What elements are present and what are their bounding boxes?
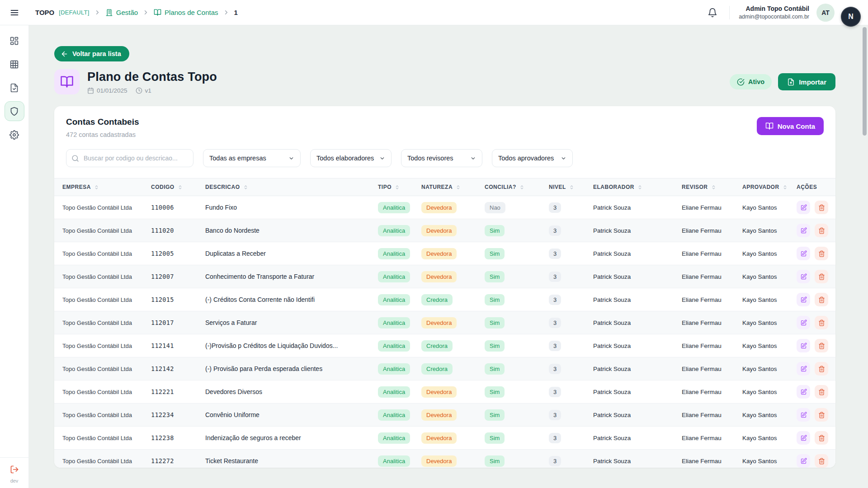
delete-button[interactable] [815, 431, 828, 445]
delete-button[interactable] [815, 293, 828, 306]
import-button[interactable]: Importar [778, 73, 835, 90]
edit-button[interactable] [797, 408, 810, 422]
column-header-descricao[interactable]: DESCRICAO [205, 184, 378, 190]
column-header-natureza[interactable]: NATUREZA [421, 184, 485, 190]
avatar[interactable]: AT [816, 4, 835, 22]
sort-icon [243, 184, 249, 190]
cell-empresa: Topo Gestão Contábil Ltda [54, 389, 151, 395]
column-header-nivel[interactable]: NIVEL [549, 184, 593, 190]
page-title: Plano de Contas Topo [87, 70, 217, 84]
notifications-button[interactable] [706, 6, 719, 19]
cell-empresa: Topo Gestão Contábil Ltda [54, 273, 151, 280]
table-row: Topo Gestão Contábil Ltda 112221 Devedor… [54, 380, 835, 404]
edit-button[interactable] [797, 201, 810, 214]
delete-button[interactable] [815, 201, 828, 214]
cell-tipo: Analitica [378, 409, 421, 421]
cell-codigo: 112007 [151, 273, 205, 280]
edit-button[interactable] [797, 270, 810, 283]
cell-elaborador: Patrick Souza [593, 412, 682, 418]
cell-revisor: Eliane Fermau [682, 389, 742, 395]
edit-button[interactable] [797, 431, 810, 445]
cell-codigo: 112142 [151, 365, 205, 372]
sidebar-item-tables[interactable] [5, 54, 24, 74]
breadcrumb-planos-link[interactable]: Planos de Contas [154, 9, 218, 16]
natureza-badge: Devedora [421, 271, 457, 282]
document-check-icon [9, 83, 19, 93]
filter-elaboradores-select[interactable]: Todos elaboradores [310, 149, 392, 167]
delete-button[interactable] [815, 316, 828, 329]
filter-revisores-select[interactable]: Todos revisores [401, 149, 482, 167]
filter-revisores-value: Todos revisores [407, 155, 453, 162]
delete-button[interactable] [815, 454, 828, 468]
column-header-empresa[interactable]: EMPRESA [54, 184, 151, 190]
user-info: Admin Topo Contábil admin@topocontabil.c… [739, 5, 809, 20]
cell-codigo: 112272 [151, 457, 205, 465]
concilia-badge: Sim [485, 386, 505, 398]
cell-natureza: Devedora [421, 248, 485, 259]
cell-empresa: Topo Gestão Contábil Ltda [54, 412, 151, 418]
concilia-badge: Sim [485, 363, 505, 375]
trash-icon [818, 250, 825, 257]
cell-elaborador: Patrick Souza [593, 204, 682, 211]
column-header-codigo[interactable]: CODIGO [151, 184, 205, 190]
tipo-badge: Analitica [378, 455, 410, 467]
column-header-aprovador[interactable]: APROVADOR [742, 184, 797, 190]
edit-button[interactable] [797, 362, 810, 375]
cell-descricao: Ticket Restaurante [205, 457, 378, 465]
back-to-list-button[interactable]: Voltar para lista [54, 46, 129, 61]
column-header-revisor[interactable]: REVISOR [682, 184, 742, 190]
filter-empresas-select[interactable]: Todas as empresas [203, 149, 301, 167]
sort-icon [569, 184, 575, 190]
cell-empresa: Topo Gestão Contábil Ltda [54, 458, 151, 465]
breadcrumb-app[interactable]: TOPO [35, 9, 54, 16]
edit-button[interactable] [797, 454, 810, 468]
breadcrumb-page-label: Planos de Contas [165, 9, 218, 16]
delete-button[interactable] [815, 247, 828, 260]
cell-acoes [797, 431, 831, 445]
edit-button[interactable] [797, 293, 810, 306]
bell-icon [708, 8, 717, 18]
breadcrumb-gestao-link[interactable]: Gestão [105, 9, 138, 16]
sidebar-item-security[interactable] [5, 101, 24, 121]
delete-button[interactable] [815, 270, 828, 283]
accounts-card: Contas Contabeis 472 contas cadastradas … [54, 106, 835, 468]
column-header-tipo[interactable]: TIPO [378, 184, 421, 190]
delete-button[interactable] [815, 362, 828, 375]
delete-button[interactable] [815, 408, 828, 422]
delete-button[interactable] [815, 339, 828, 352]
sidebar-item-settings[interactable] [5, 125, 24, 145]
user-name: Admin Topo Contábil [739, 5, 809, 12]
column-header-concilia[interactable]: CONCILIA? [485, 184, 549, 190]
table-row: Topo Gestão Contábil Ltda 112238 Indeniz… [54, 427, 835, 450]
sidebar-item-documents[interactable] [5, 78, 24, 98]
edit-button[interactable] [797, 316, 810, 329]
edit-button[interactable] [797, 339, 810, 352]
scrollbar[interactable] [863, 27, 867, 136]
edit-button[interactable] [797, 247, 810, 260]
cell-descricao: (-) Provisão para Perda esperada cliente… [205, 365, 378, 372]
sidebar-item-dashboard[interactable] [5, 31, 24, 51]
card-title: Contas Contabeis [66, 117, 139, 127]
menu-toggle-button[interactable] [0, 8, 29, 17]
column-header-elaborador[interactable]: ELABORADOR [593, 184, 682, 190]
trash-icon [818, 389, 825, 395]
table-row: Topo Gestão Contábil Ltda 112007 Conheci… [54, 265, 835, 288]
calendar-icon [87, 87, 94, 94]
delete-button[interactable] [815, 385, 828, 399]
search-input[interactable] [66, 149, 193, 167]
delete-button[interactable] [815, 224, 828, 237]
cell-tipo: Analitica [378, 455, 421, 467]
filter-aprovadores-select[interactable]: Todos aprovadores [492, 149, 573, 167]
cell-revisor: Eliane Fermau [682, 319, 742, 326]
floating-badge[interactable]: N [841, 7, 861, 27]
table-row: Topo Gestão Contábil Ltda 112142 (-) Pro… [54, 357, 835, 380]
edit-button[interactable] [797, 385, 810, 399]
cell-natureza: Credora [421, 340, 485, 352]
user-email: admin@topocontabil.com.br [739, 14, 809, 20]
edit-icon [800, 250, 807, 257]
new-account-button[interactable]: Nova Conta [757, 117, 824, 135]
edit-button[interactable] [797, 224, 810, 237]
cell-concilia: Sim [485, 225, 549, 236]
sort-icon [394, 184, 400, 190]
logout-button[interactable] [10, 465, 19, 474]
